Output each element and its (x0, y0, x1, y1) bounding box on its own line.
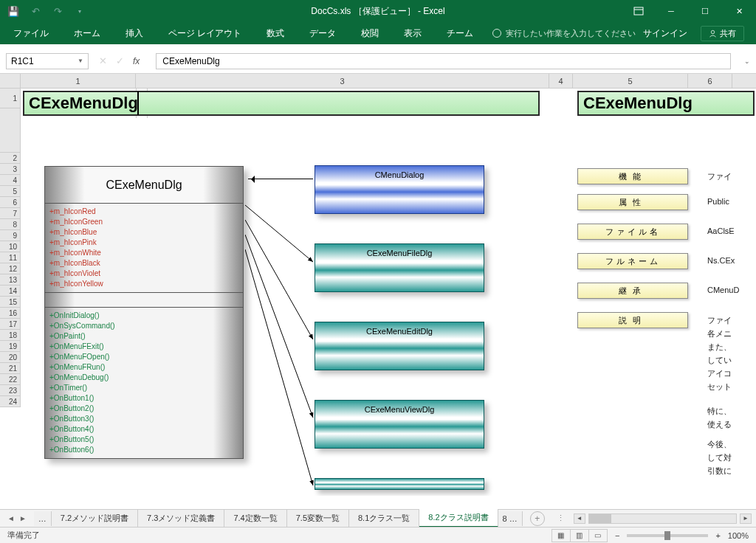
uml-attribute: +m_hIconGreen (49, 217, 238, 227)
row-header[interactable]: 13 (0, 274, 21, 286)
row-header[interactable]: 18 (0, 330, 21, 341)
ribbon-display-icon[interactable] (628, 0, 650, 22)
row-header[interactable]: 21 (0, 363, 21, 374)
scroll-thumb[interactable] (589, 514, 611, 523)
svg-point-2 (711, 30, 714, 33)
row-header[interactable]: 1 (0, 89, 21, 108)
scroll-left-icon[interactable]: ◄ (574, 513, 585, 524)
undo-icon[interactable]: ↶ (30, 5, 41, 17)
save-icon[interactable]: 💾 (7, 5, 19, 17)
row-header[interactable]: 7 (0, 208, 21, 219)
row-header[interactable]: 22 (0, 374, 21, 385)
minimize-button[interactable]: ─ (654, 0, 688, 22)
row-header[interactable]: 20 (0, 352, 21, 363)
name-box[interactable]: R1C1▼ (6, 53, 89, 69)
col-header[interactable]: 4 (549, 74, 573, 88)
child-class-box[interactable]: CExeMenuEditDlg (315, 322, 484, 370)
tab-file[interactable]: ファイル (7, 23, 55, 44)
row-header[interactable]: 12 (0, 263, 21, 274)
uml-operation: +OnButton2() (49, 404, 238, 414)
expand-formula-icon[interactable]: ⌄ (744, 58, 756, 65)
tab-layout[interactable]: ページ レイアウト (162, 23, 247, 44)
maximize-button[interactable]: ☐ (688, 0, 722, 22)
col-header[interactable]: 3 (136, 74, 549, 88)
sheet-tab[interactable]: 7.3メソッド定義書 (138, 510, 224, 527)
sheet-tab[interactable]: 7.5変数一覧 (287, 510, 349, 527)
child-class-box-partial[interactable] (315, 478, 484, 490)
worksheet-grid[interactable]: 1 3 4 5 6 1 2 3 4 5 6 7 8 9 10 11 12 13 … (0, 74, 756, 496)
row-header[interactable]: 4 (0, 175, 21, 186)
parent-class-box[interactable]: CMenuDialog (315, 165, 484, 214)
enter-icon[interactable]: ✓ (116, 55, 124, 66)
chevron-down-icon[interactable]: ▼ (78, 58, 83, 64)
add-sheet-button[interactable]: + (530, 511, 545, 526)
sheet-tab[interactable]: 7.4定数一覧 (224, 510, 286, 527)
row-header[interactable]: 10 (0, 241, 21, 252)
scroll-track[interactable] (588, 513, 737, 524)
tab-review[interactable]: 校閲 (355, 23, 385, 44)
uml-operation: +OnSysCommand() (49, 321, 238, 331)
redo-icon[interactable]: ↷ (52, 5, 63, 17)
col-header[interactable]: 6 (688, 74, 732, 88)
title-cell-side[interactable]: CExeMenuDlg (577, 91, 755, 116)
row-header[interactable]: 23 (0, 385, 21, 396)
row-header[interactable]: 11 (0, 252, 21, 263)
child-class-box[interactable]: CExeMenuViewDlg (315, 400, 484, 449)
col-header[interactable]: 5 (573, 74, 688, 88)
formula-input[interactable]: CExeMenuDlg (156, 53, 731, 69)
share-button[interactable]: 共有 (701, 26, 744, 41)
sheet-tab[interactable]: 7.2メソッド説明書 (52, 510, 138, 527)
tab-formula[interactable]: 数式 (261, 23, 290, 44)
zoom-in-button[interactable]: + (715, 531, 720, 540)
qat-dropdown-icon[interactable]: ▾ (74, 5, 86, 17)
tab-data[interactable]: データ (303, 23, 342, 44)
sheet-tab[interactable]: 8.1クラス一覧 (349, 510, 419, 527)
zoom-slider[interactable] (627, 534, 708, 537)
close-button[interactable]: ✕ (722, 0, 756, 22)
tell-me-search[interactable]: 実行したい作業を入力してください (492, 28, 636, 39)
col-header[interactable]: 1 (21, 74, 136, 88)
uml-class-box[interactable]: CExeMenuDlg +m_hIconRed+m_hIconGreen+m_h… (44, 166, 244, 459)
uml-class-name: CExeMenuDlg (45, 167, 243, 204)
tab-insert[interactable]: 挿入 (120, 23, 149, 44)
tab-home[interactable]: ホーム (68, 23, 106, 44)
sheet-tab-active[interactable]: 8.2クラス説明書 (419, 509, 498, 528)
uml-attribute: +m_hIconYellow (49, 279, 238, 289)
row-header[interactable]: 6 (0, 197, 21, 208)
row-header[interactable]: 14 (0, 286, 21, 297)
cell-value: 使える (707, 419, 732, 430)
cell-value: 今後、 (707, 439, 732, 450)
row-header[interactable]: 5 (0, 186, 21, 197)
scroll-right-icon[interactable]: ► (740, 513, 752, 524)
fx-icon[interactable]: fx (133, 56, 140, 66)
view-normal-icon[interactable]: ▦ (551, 529, 571, 542)
row-header[interactable]: 17 (0, 319, 21, 330)
zoom-thumb[interactable] (664, 531, 670, 540)
row-header[interactable]: 9 (0, 230, 21, 241)
view-page-layout-icon[interactable]: ▥ (570, 529, 589, 542)
row-header[interactable]: 2 (0, 153, 21, 164)
row-header[interactable]: 15 (0, 297, 21, 308)
cells-canvas[interactable]: 2 CExeMenuDlg CExeMenuDlg CExeMenuDlg +m… (21, 89, 756, 496)
tab-team[interactable]: チーム (441, 23, 479, 44)
tab-view[interactable]: 表示 (398, 23, 427, 44)
row-header[interactable]: 3 (0, 164, 21, 175)
select-all-corner[interactable] (0, 74, 21, 88)
sheet-tab-overflow[interactable]: … (34, 511, 52, 526)
signin-link[interactable]: サインイン (643, 27, 687, 40)
row-header[interactable]: 8 (0, 219, 21, 230)
zoom-level[interactable]: 100% (728, 531, 749, 540)
row-header[interactable] (0, 108, 21, 153)
row-header[interactable]: 19 (0, 341, 21, 352)
cancel-icon[interactable]: ✕ (99, 55, 107, 66)
view-page-break-icon[interactable]: ▭ (588, 529, 608, 542)
zoom-out-button[interactable]: − (615, 531, 619, 540)
child-class-box[interactable]: CExeMenuFileDlg (315, 243, 484, 292)
tab-nav-buttons[interactable]: ◄► (0, 514, 34, 522)
row-header[interactable]: 24 (0, 396, 21, 407)
sheet-tab[interactable]: 8 … (498, 511, 523, 526)
title-cell-main[interactable]: CExeMenuDlg (23, 91, 540, 116)
row-header[interactable]: 16 (0, 308, 21, 319)
uml-attribute: +m_hIconBlack (49, 258, 238, 269)
horizontal-scrollbar[interactable]: ◄ ► (569, 513, 756, 524)
